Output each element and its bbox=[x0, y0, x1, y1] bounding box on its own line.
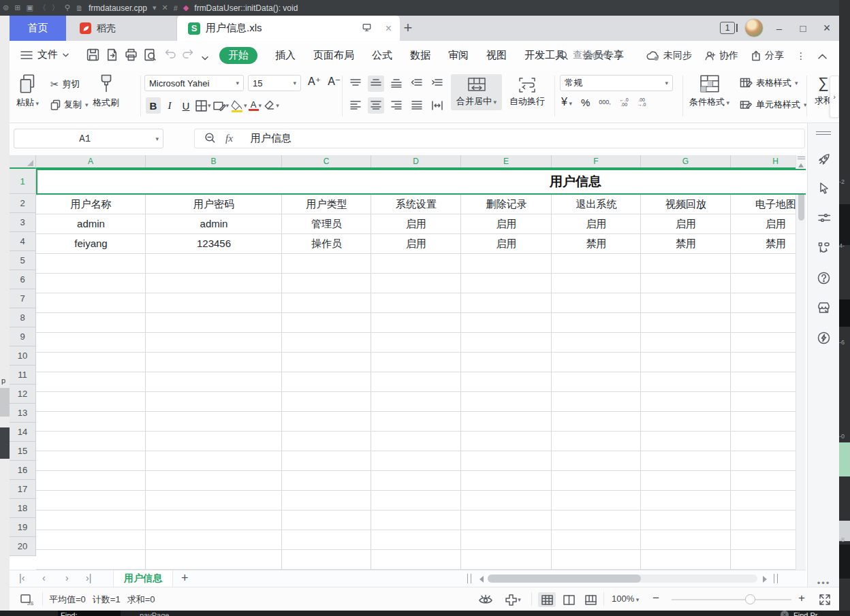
row-header-6[interactable]: 6 bbox=[10, 270, 36, 289]
message-count-badge[interactable]: 1 bbox=[720, 22, 735, 34]
table-data-row-0-cell-F[interactable]: 启用 bbox=[552, 214, 641, 234]
table-data-row-0-cell-D[interactable]: 启用 bbox=[371, 214, 461, 234]
close-document-icon[interactable]: × bbox=[385, 22, 392, 35]
align-left-button[interactable] bbox=[347, 97, 364, 114]
row-header-4[interactable]: 4 bbox=[10, 232, 36, 251]
sidebar-more-icon[interactable]: ••• bbox=[808, 578, 839, 588]
sync-status[interactable]: 未同步 bbox=[646, 50, 692, 62]
docer-tab[interactable]: 稻壳 bbox=[66, 16, 177, 41]
ribbon-tab-4[interactable]: 数据 bbox=[410, 49, 430, 62]
redo-icon[interactable] bbox=[181, 48, 195, 63]
row-header-15[interactable]: 15 bbox=[10, 442, 36, 461]
save-icon[interactable] bbox=[86, 48, 100, 65]
table-data-row-0-cell-G[interactable]: 启用 bbox=[641, 214, 731, 234]
settings-sliders-icon[interactable] bbox=[808, 206, 839, 229]
h-split-handle-right-icon[interactable] bbox=[774, 574, 778, 583]
next-sheet-icon[interactable]: › bbox=[65, 572, 69, 583]
grow-font-button[interactable]: A⁺ bbox=[308, 75, 321, 88]
zoom-formula-icon[interactable] bbox=[204, 132, 216, 146]
row-header-16[interactable]: 16 bbox=[10, 461, 36, 480]
page-break-view-button[interactable] bbox=[582, 592, 599, 607]
share-button[interactable]: 分享 bbox=[751, 50, 784, 62]
user-avatar[interactable] bbox=[744, 18, 764, 37]
presentation-mode-icon[interactable] bbox=[362, 22, 372, 34]
table-data-row-1-cell-A[interactable]: feiyang bbox=[36, 234, 146, 254]
help-icon[interactable] bbox=[808, 266, 839, 289]
highlight-cross-icon[interactable]: ▾ bbox=[501, 592, 524, 607]
window-close-button[interactable]: × bbox=[818, 20, 836, 36]
file-menu[interactable]: 文件 bbox=[20, 48, 69, 61]
window-maximize-button[interactable]: □ bbox=[794, 20, 812, 36]
bold-button[interactable]: B bbox=[146, 97, 161, 114]
new-tab-button[interactable]: + bbox=[398, 18, 418, 37]
row-header-1[interactable]: 1 bbox=[10, 169, 36, 194]
fx-icon[interactable]: fx bbox=[225, 133, 233, 144]
table-data-row-1-cell-D[interactable]: 启用 bbox=[371, 234, 461, 254]
inspiration-bulb-icon[interactable] bbox=[808, 326, 839, 349]
ribbon-tab-2[interactable]: 页面布局 bbox=[313, 49, 354, 62]
cell-style-button[interactable]: 单元格样式▾ bbox=[740, 99, 807, 111]
print-preview-icon[interactable] bbox=[143, 48, 157, 65]
row-header-12[interactable]: 12 bbox=[10, 385, 36, 404]
table-header-row-cell-H[interactable]: 电子地图 bbox=[731, 195, 806, 214]
horizontal-scrollbar[interactable] bbox=[488, 574, 757, 583]
select-cursor-icon[interactable] bbox=[808, 176, 839, 199]
copy-button[interactable]: 复制▾ bbox=[50, 99, 89, 111]
active-document-tab[interactable]: S 用户信息.xls × bbox=[177, 16, 400, 41]
row-header-9[interactable]: 9 bbox=[10, 327, 36, 346]
row-header-10[interactable]: 10 bbox=[10, 346, 36, 366]
conditional-format-button[interactable]: 条件格式 ▾ bbox=[689, 74, 729, 108]
ribbon-tab-1[interactable]: 插入 bbox=[275, 49, 296, 62]
sheet-tab-active[interactable]: 用户信息 bbox=[113, 570, 173, 587]
last-sheet-icon[interactable]: ›| bbox=[86, 572, 91, 583]
row-header-14[interactable]: 14 bbox=[10, 423, 36, 442]
more-menu-icon[interactable]: ⋮ bbox=[796, 50, 806, 61]
ribbon-tab-5[interactable]: 审阅 bbox=[448, 49, 469, 62]
column-header-H[interactable]: H bbox=[731, 155, 806, 167]
row-header-20[interactable]: 20 bbox=[10, 537, 36, 556]
table-header-row-cell-E[interactable]: 删除记录 bbox=[461, 195, 552, 214]
ribbon-tab-0[interactable]: 开始 bbox=[219, 47, 257, 64]
export-icon[interactable] bbox=[105, 48, 119, 65]
align-dist-button[interactable] bbox=[429, 97, 445, 114]
align-center-button[interactable] bbox=[368, 97, 384, 114]
table-header-row-cell-C[interactable]: 用户类型 bbox=[282, 195, 371, 214]
ribbon-expand-button[interactable]: › bbox=[830, 76, 839, 118]
add-sheet-button[interactable]: + bbox=[181, 571, 189, 585]
align-right-button[interactable] bbox=[388, 97, 405, 114]
quick-access-dropdown-icon[interactable] bbox=[202, 51, 208, 63]
align-bottom-button[interactable] bbox=[388, 76, 405, 92]
table-data-row-1-cell-E[interactable]: 启用 bbox=[461, 234, 552, 254]
merged-title-cell-a1[interactable]: 用户信息 bbox=[36, 169, 806, 195]
column-header-A[interactable]: A bbox=[36, 155, 146, 167]
table-data-row-1-cell-G[interactable]: 禁用 bbox=[641, 234, 731, 254]
print-icon[interactable] bbox=[124, 48, 138, 65]
column-header-B[interactable]: B bbox=[146, 155, 282, 167]
table-data-row-1-cell-B[interactable]: 123456 bbox=[146, 234, 282, 254]
fill-color-button[interactable]: ▾ bbox=[230, 99, 247, 112]
normal-view-button[interactable] bbox=[538, 592, 556, 607]
wrap-text-button[interactable]: 自动换行 bbox=[504, 74, 550, 110]
row-header-5[interactable]: 5 bbox=[10, 251, 36, 270]
ribbon-tab-3[interactable]: 公式 bbox=[372, 49, 392, 62]
h-split-handle-icon[interactable] bbox=[467, 574, 471, 583]
number-format-select[interactable]: 常规▾ bbox=[560, 75, 673, 91]
row-header-18[interactable]: 18 bbox=[10, 499, 36, 518]
merge-center-button[interactable]: 合并居中 ▾ bbox=[451, 74, 502, 110]
horizontal-scroll-thumb[interactable] bbox=[488, 574, 641, 583]
paste-button[interactable]: 粘贴 ▾ bbox=[16, 74, 39, 109]
table-data-row-1-cell-F[interactable]: 禁用 bbox=[552, 234, 641, 254]
comma-format-button[interactable]: 000, bbox=[599, 100, 611, 105]
row-header-7[interactable]: 7 bbox=[10, 289, 36, 308]
window-minimize-button[interactable]: – bbox=[770, 20, 788, 36]
table-data-row-0-cell-E[interactable]: 启用 bbox=[461, 214, 552, 234]
percent-format-button[interactable]: % bbox=[581, 97, 590, 108]
collapse-ribbon-icon[interactable] bbox=[818, 50, 827, 61]
row-header-11[interactable]: 11 bbox=[10, 366, 36, 385]
increase-decimal-button[interactable]: ←.0.00 bbox=[620, 97, 629, 107]
eraser-button[interactable]: ▾ bbox=[263, 99, 279, 112]
table-header-row-cell-A[interactable]: 用户名称 bbox=[36, 195, 146, 214]
column-header-E[interactable]: E bbox=[461, 155, 552, 167]
italic-button[interactable]: I bbox=[162, 97, 177, 114]
command-search[interactable]: 查找命令... bbox=[558, 49, 619, 61]
